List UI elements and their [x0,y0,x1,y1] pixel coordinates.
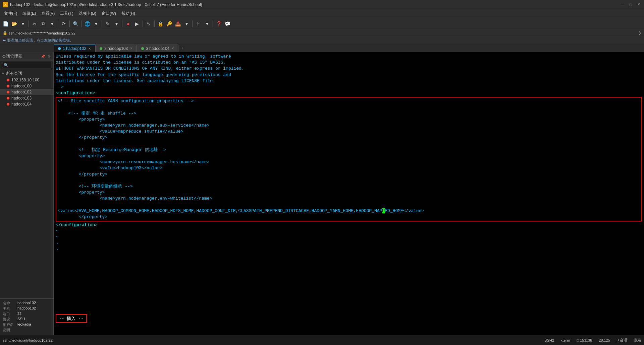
key-button[interactable]: 🔑 [165,20,173,28]
toolbar-separator-3 [69,20,70,27]
info-value-protocol: SSH [17,317,25,322]
status-sessions: 3 会话 [617,338,627,343]
tab-add-button[interactable]: + [178,45,186,52]
expand-button[interactable]: ⤡ [145,20,153,28]
terminal-config-close: </configuration> [56,222,642,228]
minimize-button[interactable]: — [620,2,625,7]
info-label-protocol: 协议 [3,317,16,322]
tab-close-2[interactable]: ✕ [130,47,132,50]
cursor-char: P [382,208,385,213]
insert-mode-bar: -- 插入 -- [56,314,87,323]
grid2-button[interactable]: ▾ [203,20,211,28]
tab-dot-1 [58,47,61,50]
search-box [0,61,53,69]
ssh-address: ssh://leokadia:***********@hadoop102:22 [9,31,75,35]
session-name-0: 192.168.10.100 [11,78,39,82]
edit-button[interactable]: ✎ [104,20,112,28]
session-dot-4 [7,103,9,106]
add-session-text: 要添加当前会话，点击左侧的箭头按钮。 [7,38,73,43]
menubar-item[interactable]: 查看(V) [39,10,57,17]
status-ssh: SSH2 [544,338,554,342]
lock-button[interactable]: 🔒 [156,20,164,28]
toolbar-separator-6 [122,20,122,27]
terminal-tildes: ~ ~ ~ ~ [56,228,642,253]
session-item-hadoop102[interactable]: hadoop102 [0,89,53,95]
tab-label-3: 3 hadoop104 [146,46,169,51]
session-dot-3 [7,97,9,99]
highlighted-block: <!-- Site specific YARN configuration pr… [56,97,642,221]
rec-button[interactable]: ● [124,20,132,28]
toolbar-separator-5 [102,20,102,27]
info-button[interactable]: 💬 [223,20,231,28]
session-panel-pin-icon[interactable]: 📌 [41,54,45,59]
group-arrow-icon: ▼ [1,72,5,75]
arrow-down-button[interactable]: ▾ [19,20,27,28]
ssh-bar: 🔒 ssh://leokadia:***********@hadoop102:2… [0,29,644,37]
toolbar-separator-9 [192,20,193,27]
play-button[interactable]: ▶ [133,20,141,28]
arrow3-button[interactable]: ▾ [112,20,120,28]
statusbar: ssh://leokadia@hadoop102:22 SSH2 xterm □… [0,335,644,345]
add-session-icon: ⬅ [3,38,6,43]
tabs-bar: 1 hadoop102 ✕ 2 hadoop103 ✕ 3 hadoop104 … [0,44,644,52]
menubar-item[interactable]: 选项卡(B) [76,10,99,17]
tab-label-2: 2 hadoop103 [104,46,128,51]
session-group-header[interactable]: ▼ 所有会话 [0,70,53,77]
copy-button[interactable]: ⧉ [39,20,47,28]
search-input[interactable] [2,62,51,68]
menubar-item[interactable]: 帮助(H) [119,10,138,17]
help-button[interactable]: ❓ [215,20,223,28]
agent-button[interactable]: ▾ [182,20,191,28]
session-name-4: hadoop104 [11,102,32,107]
tab-close-3[interactable]: ✕ [171,47,174,50]
maximize-button[interactable]: □ [628,2,633,7]
info-value-port: 22 [17,312,21,317]
info-label-desc: 说明 [3,328,16,333]
tab-dot-3 [141,47,144,50]
tab-hadoop104[interactable]: 3 hadoop104 ✕ [137,45,178,52]
close-button[interactable]: ✕ [636,2,641,7]
transfer-button[interactable]: 📤 [174,20,182,28]
session-panel-header: 会话管理器 📌 ✕ [0,52,53,61]
info-value-host: hadoop102 [17,306,36,311]
session-panel-title: 会话管理器 [2,54,22,59]
terminal-pre-content: Unless required by applicable law or agr… [56,54,642,90]
grid-button[interactable]: ⊦ [194,20,202,28]
refresh-button[interactable]: ⟳ [60,20,68,28]
toolbar-separator-8 [154,20,155,27]
globe2-button[interactable]: ▾ [92,20,100,28]
tab-label-1: 1 hadoop102 [63,46,86,51]
status-ssh-path: ssh://leokadia@hadoop102:22 [3,338,53,342]
menubar-item[interactable]: 编辑(E) [20,10,39,17]
info-value-user: leokadia [17,322,31,327]
terminal-config-open: <configuration> [56,90,642,96]
session-name-1: hadoop100 [11,84,32,88]
main-content: 会话管理器 📌 ✕ ▼ 所有会话 192.168.10.100 hadoop10… [0,52,644,335]
session-name-3: hadoop103 [11,96,32,100]
arrow2-button[interactable]: ▾ [48,20,56,28]
terminal-area[interactable]: Unless required by applicable law or agr… [54,52,644,335]
new-file-button[interactable]: 📄 [1,20,9,28]
menubar-item[interactable]: 工具(T) [57,10,76,17]
session-item-hadoop104[interactable]: hadoop104 [0,101,53,107]
globe-button[interactable]: 🌐 [83,20,91,28]
search-button[interactable]: 🔍 [71,20,79,28]
session-item-hadoop103[interactable]: hadoop103 [0,95,53,101]
tab-hadoop103[interactable]: 2 hadoop103 ✕ [95,45,137,52]
menubar-item[interactable]: 文件(F) [1,10,20,17]
toolbar: 📄 📂 ▾ ✂ ⧉ ▾ ⟳ 🔍 🌐 ▾ ✎ ▾ ● ▶ ⤡ 🔒 🔑 📤 ▾ ⊦ … [0,18,644,29]
title-text: hadoop102 - leokadia@hadoop102:/opt/modu… [10,2,620,7]
expand-icon: ❯ [638,31,641,35]
session-item-192[interactable]: 192.168.10.100 [0,77,53,83]
open-button[interactable]: 📂 [10,20,18,28]
session-item-hadoop100[interactable]: hadoop100 [0,83,53,89]
session-name-2: hadoop102 [11,90,32,94]
session-group-all: ▼ 所有会话 192.168.10.100 hadoop100 hadoop10… [0,69,53,108]
menubar-item[interactable]: 窗口(W) [99,10,119,17]
tab-hadoop102[interactable]: 1 hadoop102 ✕ [54,45,95,52]
toolbar-separator-4 [81,20,82,27]
session-panel-close-icon[interactable]: ✕ [47,54,51,59]
tab-close-1[interactable]: ✕ [88,47,91,51]
lock-icon: 🔒 [3,31,7,35]
cut-button[interactable]: ✂ [31,20,39,28]
